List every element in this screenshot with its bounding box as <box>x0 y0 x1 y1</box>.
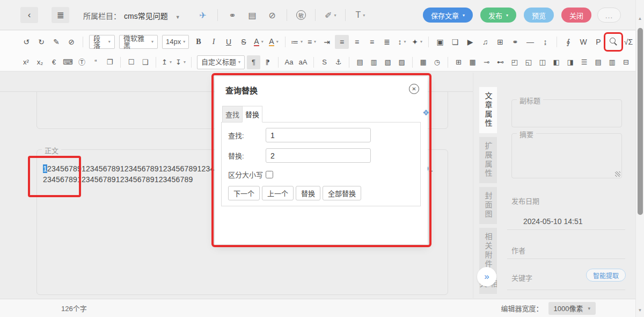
table-style-icon[interactable]: ▦ <box>466 55 479 69</box>
link-article-icon[interactable]: ⚭ <box>227 9 238 21</box>
scroll-up-icon[interactable]: ▲ <box>636 16 644 21</box>
lowercase-icon[interactable]: aA <box>296 55 310 69</box>
font-family-select[interactable]: 微软雅黑 <box>119 35 158 49</box>
align-center-icon[interactable]: ≡ <box>350 35 364 49</box>
format-painter-icon[interactable]: ✎ <box>49 35 63 49</box>
euro-icon[interactable]: € <box>47 55 61 69</box>
vertical-scrollbar[interactable]: ▲ ▼ <box>635 0 644 317</box>
space-before-icon[interactable]: ↥ <box>160 55 173 69</box>
formula-icon[interactable]: √Σ <box>621 35 635 49</box>
sidebar-collapse-button[interactable]: » <box>477 267 496 286</box>
back-button[interactable]: ‹ <box>20 7 38 23</box>
scroll-down-icon[interactable]: ▼ <box>636 308 644 313</box>
font-size-select[interactable]: 14px <box>162 35 189 49</box>
split-row-icon[interactable]: ◧ <box>550 55 563 69</box>
subscript-icon[interactable]: x₂ <box>33 55 47 69</box>
line-height-icon[interactable]: ↕ <box>395 35 409 49</box>
paragraph-backward-icon[interactable]: ⁋ <box>261 55 274 69</box>
music-icon[interactable]: ♫ <box>478 35 492 49</box>
clear-format-icon[interactable]: ⊘ <box>64 35 78 49</box>
preview-button[interactable]: 预览 <box>524 8 554 23</box>
publish-button[interactable]: 发布 <box>480 8 516 23</box>
text-module-icon[interactable]: Ⓣ <box>75 55 89 69</box>
pdf-import-icon[interactable]: P <box>591 35 605 49</box>
keywords-field[interactable] <box>507 290 625 290</box>
layout-block-right-icon[interactable]: ▧ <box>381 55 394 69</box>
calendar-icon[interactable]: ▦ <box>416 55 430 69</box>
video-icon[interactable]: ▶ <box>463 35 477 49</box>
sidebar-tab-extended-props[interactable]: 扩展属性 <box>479 137 497 183</box>
paragraph-select[interactable]: 段落 <box>89 35 115 49</box>
delete-row-icon[interactable]: ⊸ <box>480 55 493 69</box>
insert-table-icon[interactable]: ⊞ <box>452 55 465 69</box>
strikethrough-icon[interactable]: S <box>237 35 251 49</box>
more-actions-button[interactable]: … <box>597 8 621 23</box>
align-left-icon[interactable]: ≡ <box>335 35 349 49</box>
font-color-icon[interactable]: A <box>252 35 266 49</box>
table-header-icon[interactable]: ☰ <box>577 55 591 69</box>
redo-icon[interactable]: ↻ <box>34 35 48 49</box>
horizontal-rule-icon[interactable]: — <box>523 35 537 49</box>
hyperlink-icon[interactable]: ⚭ <box>508 35 522 49</box>
layout-block-bottom-icon[interactable]: ▨ <box>395 55 408 69</box>
merge-cells-icon[interactable]: ◫ <box>536 55 549 69</box>
uppercase-icon[interactable]: Aa <box>282 55 296 69</box>
indent-icon[interactable]: ⇥ <box>320 35 334 49</box>
category-selector[interactable]: 所属栏目：cms常见问题▼ <box>83 10 180 21</box>
word-import-icon[interactable]: W <box>576 35 590 49</box>
insert-row-icon[interactable]: ◰ <box>508 55 521 69</box>
keyboard-icon[interactable]: ⌨ <box>61 55 75 69</box>
align-justify-icon[interactable]: ≣ <box>380 35 394 49</box>
image-icon[interactable]: ▣ <box>433 35 447 49</box>
undo-icon[interactable]: ↺ <box>19 35 33 49</box>
bold-icon[interactable]: B <box>192 35 206 49</box>
cell-props-icon[interactable]: ▤ <box>591 55 605 69</box>
select-all-icon[interactable]: ☐ <box>125 55 138 69</box>
insert-col-icon[interactable]: ◱ <box>522 55 535 69</box>
scrollbar-thumb[interactable] <box>638 28 643 215</box>
draft-list-button[interactable]: ≣ <box>52 7 69 23</box>
ordered-list-icon[interactable]: ≔ <box>290 35 304 49</box>
blockquote-icon[interactable]: “ <box>89 55 103 69</box>
smart-extract-button[interactable]: 智能提取 <box>586 269 626 282</box>
search-replace-icon[interactable] <box>606 35 620 49</box>
superscript-icon[interactable]: x² <box>19 55 33 69</box>
publish-plan-icon[interactable]: ✈ <box>197 9 208 21</box>
print-icon[interactable]: ⊟ <box>619 55 633 69</box>
layout-block-left-icon[interactable]: ▤ <box>353 55 367 69</box>
import-doc-icon[interactable]: ▤ <box>247 9 258 21</box>
new-document-icon[interactable]: ❑ <box>138 55 152 69</box>
space-after-icon[interactable]: ↧ <box>174 55 187 69</box>
align-right-icon[interactable]: ≡ <box>365 35 379 49</box>
subtitle-field[interactable]: 副标题 <box>511 99 622 127</box>
split-col-icon[interactable]: ◨ <box>564 55 577 69</box>
close-button[interactable]: 关闭 <box>561 8 591 23</box>
spell-check-icon[interactable]: S <box>318 55 331 69</box>
ai-assist-icon[interactable]: ✐ <box>325 9 336 21</box>
delete-col-icon[interactable]: ⊷ <box>494 55 507 69</box>
clock-icon[interactable]: ◷ <box>430 55 444 69</box>
sidebar-tab-article-props[interactable]: 文章属性 <box>479 87 497 133</box>
italic-icon[interactable]: I <box>207 35 221 49</box>
publish-date-value[interactable]: 2024-05-10 14:51 <box>507 213 625 230</box>
custom-title-select[interactable]: 自定义标题 <box>197 55 245 69</box>
sidebar-tab-cover-image[interactable]: 封面图 <box>479 187 497 224</box>
highlight-color-icon[interactable]: A <box>267 35 281 49</box>
underline-icon[interactable]: U <box>222 35 236 49</box>
table-icon[interactable]: ⊞ <box>493 35 507 49</box>
paragraph-forward-icon[interactable]: ¶ <box>247 55 260 69</box>
sensitive-word-check-icon[interactable]: 敏 <box>296 10 306 20</box>
table-props-icon[interactable]: ▥ <box>605 55 619 69</box>
unordered-list-icon[interactable]: ≡ <box>305 35 319 49</box>
author-field[interactable] <box>507 258 625 259</box>
title-format-icon[interactable]: T <box>355 9 365 21</box>
page-break-icon[interactable]: ↨ <box>538 35 552 49</box>
layout-block-top-icon[interactable]: ▥ <box>367 55 380 69</box>
album-icon[interactable]: ❏ <box>448 35 462 49</box>
clear-content-icon[interactable]: ⊘ <box>267 9 277 21</box>
anchor-icon[interactable]: ⚓ <box>332 55 345 69</box>
save-article-button[interactable]: 保存文章 <box>423 8 473 23</box>
editor-width-select[interactable]: 1000像素▾ <box>548 302 596 315</box>
auto-typeset-icon[interactable]: ✦ <box>410 35 424 49</box>
paste-icon[interactable]: ❐ <box>103 55 116 69</box>
